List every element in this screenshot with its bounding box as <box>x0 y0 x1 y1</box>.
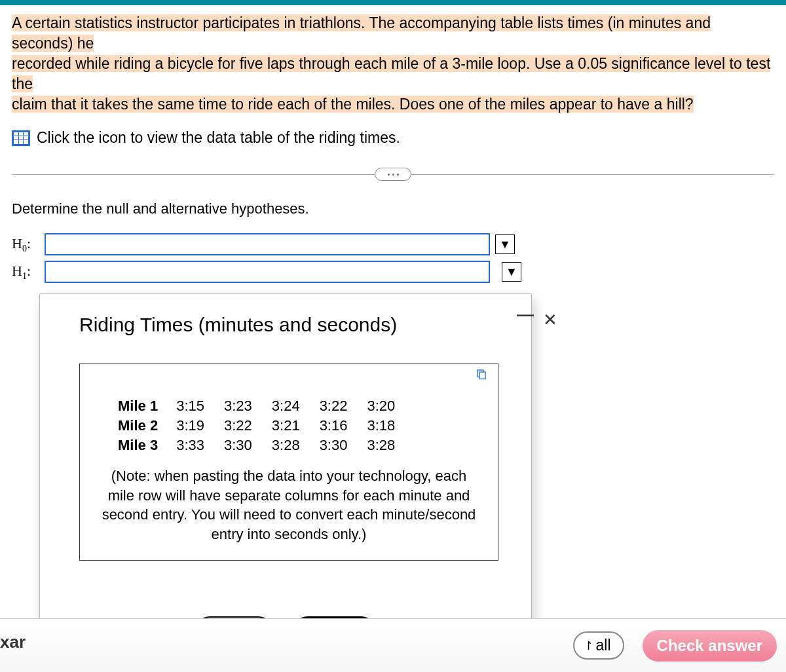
table-row: Mile 3 3:333:303:283:303:28 <box>109 436 404 455</box>
copy-icon[interactable] <box>476 368 487 380</box>
section-divider <box>12 168 774 181</box>
riding-times-table: Mile 1 3:153:233:243:223:20 Mile 2 3:193… <box>107 396 405 456</box>
question-line-1: A certain statistics instructor particip… <box>12 14 711 52</box>
h1-select-field[interactable] <box>45 261 490 283</box>
h1-label: H1: <box>12 263 45 282</box>
expand-pill[interactable] <box>375 168 411 181</box>
h1-dropdown-arrow[interactable]: ▼ <box>502 262 521 282</box>
left-cutoff-text: xar <box>0 632 26 652</box>
hypotheses-prompt: Determine the null and alternative hypot… <box>12 200 774 217</box>
question-line-2: recorded while riding a bicycle for five… <box>12 55 770 92</box>
h0-select-field[interactable] <box>45 233 490 255</box>
data-table-icon[interactable] <box>12 130 30 146</box>
table-row: Mile 1 3:153:233:243:223:20 <box>109 397 404 415</box>
clear-all-button[interactable]: ↾all <box>573 631 624 660</box>
data-note: (Note: when pasting the data into your t… <box>92 466 486 544</box>
header-accent-bar <box>0 0 786 5</box>
svg-rect-1 <box>479 372 485 379</box>
table-row: Mile 2 3:193:223:213:163:18 <box>109 417 404 435</box>
minimize-icon[interactable]: — <box>517 305 534 325</box>
data-table-box: Mile 1 3:153:233:243:223:20 Mile 2 3:193… <box>79 364 498 561</box>
question-text: A certain statistics instructor particip… <box>12 13 774 115</box>
riding-times-modal: — ✕ Riding Times (minutes and seconds) M… <box>39 293 532 660</box>
h0-dropdown-arrow[interactable]: ▼ <box>495 234 515 254</box>
question-line-3: claim that it takes the same time to rid… <box>12 96 694 113</box>
h0-label: H0: <box>12 235 45 254</box>
modal-title: Riding Times (minutes and seconds) <box>79 314 512 336</box>
check-answer-button[interactable]: Check answer <box>643 630 777 662</box>
close-icon[interactable]: ✕ <box>543 310 557 330</box>
footer-bar: xar ↾all Check answer <box>0 618 786 672</box>
data-table-link-text[interactable]: Click the icon to view the data table of… <box>37 129 400 147</box>
